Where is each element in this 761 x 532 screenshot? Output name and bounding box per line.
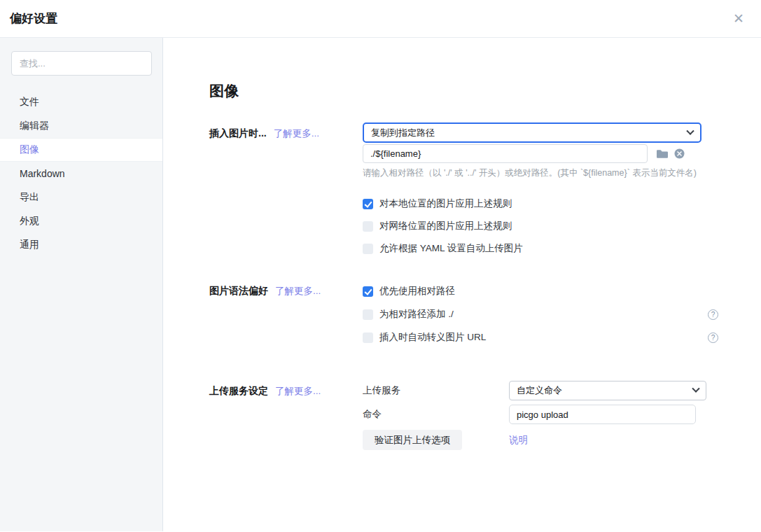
clear-path-icon[interactable]: [674, 148, 685, 159]
command-row: 命令: [363, 405, 718, 424]
section-upload-head: 上传服务设定 了解更多...: [209, 381, 363, 398]
checkbox-prefer-relative-path[interactable]: [363, 286, 373, 297]
command-input[interactable]: [509, 405, 696, 424]
page-title: 图像: [209, 81, 761, 101]
upload-service-select[interactable]: 自定义命令: [509, 381, 706, 400]
sidebar-item-files[interactable]: 文件: [0, 90, 162, 114]
help-icon[interactable]: ?: [708, 309, 718, 320]
help-icon[interactable]: ?: [708, 332, 718, 343]
checkbox-row-relative-path: 优先使用相对路径: [363, 285, 718, 298]
checkbox-label: 优先使用相对路径: [379, 285, 455, 298]
chevron-down-icon: [692, 385, 699, 393]
checkbox-row-local-images: 对本地位置的图片应用上述规则: [363, 197, 718, 210]
validate-upload-button[interactable]: 验证图片上传选项: [363, 430, 462, 450]
section-syntax-label: 图片语法偏好: [209, 285, 268, 298]
checkbox-label: 对网络位置的图片应用上述规则: [379, 220, 512, 232]
validate-row: 验证图片上传选项 说明: [363, 430, 718, 450]
checkbox-row-add-dot-slash: 为相对路径添加 ./ ?: [363, 308, 718, 321]
learn-more-link-upload[interactable]: 了解更多...: [275, 385, 321, 398]
sidebar-item-image[interactable]: 图像: [0, 138, 162, 162]
sidebar-item-export[interactable]: 导出: [0, 186, 162, 209]
section-insert-image: 插入图片时... 了解更多... 复制到指定路径: [209, 122, 761, 255]
checkbox-escape-image-url[interactable]: [363, 332, 373, 343]
sidebar-item-editor[interactable]: 编辑器: [0, 114, 162, 138]
chevron-down-icon: [686, 127, 694, 134]
learn-more-link-syntax[interactable]: 了解更多...: [275, 285, 321, 298]
section-insert-head: 插入图片时... 了解更多...: [209, 122, 363, 140]
settings-sidebar: 文件 编辑器 图像 Markdown 导出 外观 通用: [0, 38, 163, 531]
upload-service-row: 上传服务 自定义命令: [363, 381, 718, 400]
dialog-titlebar: 偏好设置 ✕: [0, 0, 761, 38]
checkbox-label: 插入时自动转义图片 URL: [379, 331, 486, 344]
insert-action-select-value: 复制到指定路径: [371, 127, 435, 139]
checkbox-row-yaml-upload: 允许根据 YAML 设置自动上传图片: [363, 242, 718, 255]
section-upload-service: 上传服务设定 了解更多... 上传服务 自定义命令 命令 验证图: [209, 381, 761, 450]
sidebar-item-appearance[interactable]: 外观: [0, 209, 162, 233]
copy-path-row: [363, 144, 718, 163]
checkbox-row-web-images: 对网络位置的图片应用上述规则: [363, 220, 718, 232]
sidebar-nav: 文件 编辑器 图像 Markdown 导出 外观 通用: [0, 90, 162, 257]
copy-path-input[interactable]: [363, 144, 648, 163]
upload-doc-link[interactable]: 说明: [509, 434, 528, 447]
checkbox-row-escape-url: 插入时自动转义图片 URL ?: [363, 331, 718, 344]
sidebar-item-general[interactable]: 通用: [0, 233, 162, 257]
settings-panel-image: 图像 插入图片时... 了解更多... 复制到指定路径: [163, 38, 761, 531]
sidebar-item-markdown[interactable]: Markdown: [0, 162, 162, 186]
checkbox-add-dot-slash[interactable]: [363, 309, 373, 320]
checkbox-label: 为相对路径添加 ./: [379, 308, 454, 321]
checkbox-label: 对本地位置的图片应用上述规则: [379, 197, 512, 210]
syntax-checkboxes: 优先使用相对路径 为相对路径添加 ./ ? 插入时自动转义图片 URL ?: [363, 285, 718, 344]
checkbox-label: 允许根据 YAML 设置自动上传图片: [379, 242, 523, 255]
section-upload-label: 上传服务设定: [209, 385, 268, 398]
search-input[interactable]: [11, 51, 152, 76]
insert-rules-checkboxes: 对本地位置的图片应用上述规则 对网络位置的图片应用上述规则 允许根据 YAML …: [363, 197, 718, 255]
command-label: 命令: [363, 408, 509, 421]
checkbox-yaml-upload[interactable]: [363, 244, 373, 254]
insert-action-select[interactable]: 复制到指定路径: [363, 122, 701, 143]
section-syntax-head: 图片语法偏好 了解更多...: [209, 285, 363, 298]
checkbox-web-images[interactable]: [363, 221, 373, 232]
section-image-syntax: 图片语法偏好 了解更多... 优先使用相对路径 为相对路径添加 ./ ?: [209, 285, 761, 354]
learn-more-link-insert[interactable]: 了解更多...: [274, 127, 319, 140]
close-icon[interactable]: ✕: [733, 12, 744, 25]
upload-service-select-value: 自定义命令: [517, 384, 562, 397]
checkbox-local-images[interactable]: [363, 199, 373, 209]
upload-service-label: 上传服务: [363, 384, 509, 397]
path-hint-text: 请输入相对路径（以 './' 或 '../' 开头）或绝对路径。(其中 `${f…: [363, 167, 718, 179]
section-insert-label: 插入图片时...: [209, 127, 267, 140]
dialog-title: 偏好设置: [10, 10, 57, 27]
folder-icon[interactable]: [656, 149, 669, 159]
